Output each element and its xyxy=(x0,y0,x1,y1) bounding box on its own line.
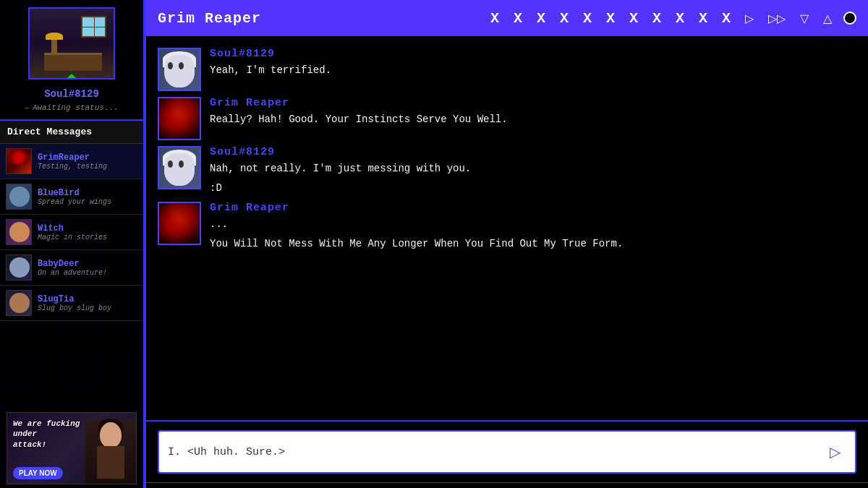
message-4: Grim Reaper ... You Will Not Mess With M… xyxy=(158,202,856,252)
dm-avatar-slugtia xyxy=(6,290,32,316)
msg-avatar-soul-1 xyxy=(158,48,201,91)
msg-username-3: Soul#8129 xyxy=(210,146,856,158)
dm-preview-witch: Magic in stories xyxy=(38,234,107,241)
msg-line-4-2: You Will Not Mess With Me Any Longer Whe… xyxy=(210,236,856,252)
message-1: Soul#8129 Yeah, I'm terrified. xyxy=(158,48,856,91)
msg-line-3-1: Nah, not really. I'm just messing with y… xyxy=(210,161,856,176)
msg-text-2: Really? Hah! Good. Your Instincts Serve … xyxy=(210,112,856,127)
msg-content-2: Grim Reaper Really? Hah! Good. Your Inst… xyxy=(210,97,856,127)
soul-eye-right-1 xyxy=(179,62,184,69)
dm-name-bluebird: BlueBird xyxy=(38,188,111,198)
msg-line-4-1: ... xyxy=(210,217,856,232)
dm-info-bluebird: BlueBird Spread your wings xyxy=(38,188,111,206)
profile-username: Soul#8129 xyxy=(44,88,99,100)
dm-item-grimreaper[interactable]: GrimReaper Testing, testing xyxy=(0,144,143,179)
play-now-button[interactable]: PLAY NOW xyxy=(13,467,63,479)
soul-eye-right-2 xyxy=(179,160,184,168)
message-3: Soul#8129 Nah, not really. I'm just mess… xyxy=(158,146,856,196)
status-row: ✏ Awaiting status... xyxy=(25,103,118,112)
chat-title: Grim Reaper xyxy=(158,10,261,27)
ad-char-head xyxy=(100,422,122,448)
dm-avatar-bluebird xyxy=(6,184,32,210)
dm-name-grimreaper: GrimReaper xyxy=(38,153,107,163)
record-button[interactable] xyxy=(843,12,856,25)
room-desk xyxy=(44,53,102,71)
ad-banner[interactable]: We are fuckingunderattack! PLAY NOW xyxy=(7,412,137,484)
profile-section: Soul#8129 ✏ Awaiting status... xyxy=(0,0,143,121)
x-string: X X X X X X X X X X X xyxy=(490,10,733,27)
down-arrow-button[interactable]: ▽ xyxy=(797,10,812,27)
dm-info-babydeer: BabyDeer On an adventure! xyxy=(38,259,107,277)
chat-header: Grim Reaper X X X X X X X X X X X ▷ ▷▷ ▽… xyxy=(146,0,868,36)
dm-preview-babydeer: On an adventure! xyxy=(38,269,107,277)
grim-spatter-2 xyxy=(159,203,200,244)
profile-avatar-frame xyxy=(28,7,115,80)
dm-avatar-witch xyxy=(6,219,32,245)
room-lamp xyxy=(51,38,57,53)
msg-text-4: ... You Will Not Mess With Me Any Longer… xyxy=(210,217,856,252)
grim-reaper-msg-icon-2 xyxy=(159,203,200,244)
input-box: I. <Uh huh. Sure.> ▷ xyxy=(158,430,856,474)
dm-section-header: Direct Messages xyxy=(0,121,143,144)
soul-eye-left-2 xyxy=(168,160,173,168)
sidebar: Soul#8129 ✏ Awaiting status... Direct Me… xyxy=(0,0,145,488)
msg-username-1: Soul#8129 xyxy=(210,48,856,60)
dm-name-witch: Witch xyxy=(38,223,107,234)
grim-spatter-1 xyxy=(159,98,200,139)
dm-item-babydeer[interactable]: BabyDeer On an adventure! xyxy=(0,250,143,286)
dm-preview-slugtia: Slug boy slug boy xyxy=(38,304,111,312)
grim-reaper-msg-icon-1 xyxy=(159,98,200,139)
dm-info-slugtia: SlugTia Slug boy slug boy xyxy=(38,294,111,312)
chat-input-text[interactable]: I. <Uh huh. Sure.> xyxy=(168,446,824,458)
main-chat-area: Grim Reaper X X X X X X X X X X X ▷ ▷▷ ▽… xyxy=(145,0,868,488)
slugtia-avatar-icon xyxy=(7,291,31,315)
chat-messages[interactable]: Soul#8129 Yeah, I'm terrified. Grim Reap… xyxy=(146,36,868,420)
msg-avatar-grim-1 xyxy=(158,97,201,140)
dm-list: GrimReaper Testing, testing BlueBird Spr… xyxy=(0,144,143,408)
fast-forward-button[interactable]: ▷▷ xyxy=(765,10,788,27)
grim-reaper-avatar-icon xyxy=(7,149,31,174)
dm-preview-bluebird: Spread your wings xyxy=(38,198,111,206)
dm-info-witch: Witch Magic in stories xyxy=(38,223,107,241)
dm-name-slugtia: SlugTia xyxy=(38,294,111,304)
dm-info-grimreaper: GrimReaper Testing, testing xyxy=(38,153,107,171)
soul-face-2 xyxy=(164,153,195,186)
ad-char-body xyxy=(97,446,124,479)
dm-item-bluebird[interactable]: BlueBird Spread your wings xyxy=(0,179,143,215)
dm-avatar-babydeer xyxy=(6,254,32,281)
soul-face-1 xyxy=(164,55,195,87)
msg-text-3: Nah, not really. I'm just messing with y… xyxy=(210,161,856,196)
msg-content-4: Grim Reaper ... You Will Not Mess With M… xyxy=(210,202,856,252)
edit-icon[interactable]: ✏ xyxy=(25,103,30,112)
bluebird-avatar-icon xyxy=(7,184,31,209)
message-2: Grim Reaper Really? Hah! Good. Your Inst… xyxy=(158,97,856,140)
msg-line-2-1: Really? Hah! Good. Your Instincts Serve … xyxy=(210,112,856,127)
soul-avatar-icon-1 xyxy=(159,49,200,90)
dm-item-witch[interactable]: Witch Magic in stories xyxy=(0,215,143,250)
msg-text-1: Yeah, I'm terrified. xyxy=(210,63,856,78)
room-window xyxy=(81,16,106,38)
dm-preview-grimreaper: Testing, testing xyxy=(38,163,107,171)
ad-character xyxy=(85,419,136,484)
msg-content-3: Soul#8129 Nah, not really. I'm just mess… xyxy=(210,146,856,196)
soul-eye-left-1 xyxy=(168,62,173,69)
msg-username-4: Grim Reaper xyxy=(210,202,856,214)
dm-item-slugtia[interactable]: SlugTia Slug boy slug boy xyxy=(0,286,143,321)
play-button[interactable]: ▷ xyxy=(742,10,757,27)
msg-content-1: Soul#8129 Yeah, I'm terrified. xyxy=(210,48,856,78)
profile-status: Awaiting status... xyxy=(33,103,119,112)
soul-avatar-icon-2 xyxy=(159,147,200,188)
msg-username-2: Grim Reaper xyxy=(210,97,856,109)
ad-text: We are fuckingunderattack! xyxy=(13,419,80,450)
up-arrow-button[interactable]: △ xyxy=(820,10,835,27)
dm-avatar-grimreaper xyxy=(6,148,32,174)
chat-input-area: I. <Uh huh. Sure.> ▷ xyxy=(146,420,868,482)
msg-avatar-soul-2 xyxy=(158,146,201,189)
send-button[interactable]: ▷ xyxy=(824,440,846,463)
msg-line-1-1: Yeah, I'm terrified. xyxy=(210,63,856,78)
msg-avatar-grim-2 xyxy=(158,202,201,245)
babydeer-avatar-icon xyxy=(7,255,31,280)
dm-name-babydeer: BabyDeer xyxy=(38,259,107,269)
profile-avatar-room xyxy=(30,9,114,78)
header-controls: X X X X X X X X X X X ▷ ▷▷ ▽ △ xyxy=(490,10,856,27)
